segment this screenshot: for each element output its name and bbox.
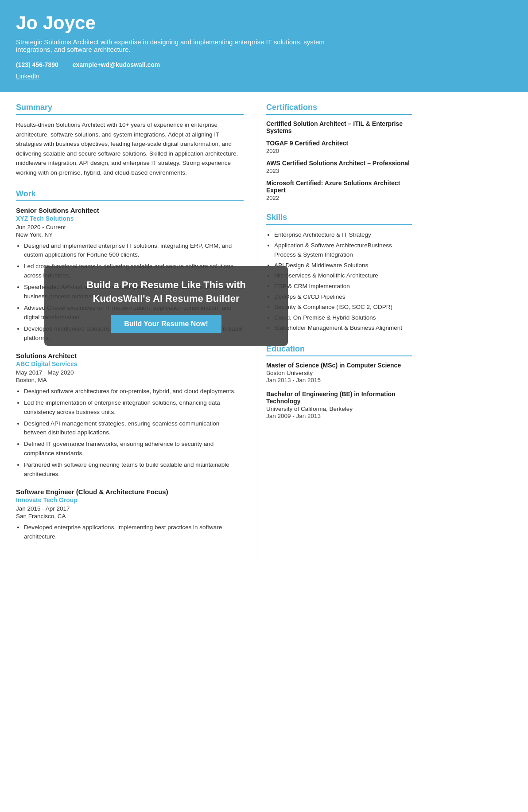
list-item: Stakeholder Management & Business Alignm…	[274, 323, 412, 333]
list-item: API Design & Middleware Solutions	[274, 261, 412, 270]
cert-year-2: 2020	[266, 148, 412, 154]
edu-school-2: University of California, Berkeley	[266, 406, 412, 412]
job-bullets-2: Designed software architectures for on-p…	[16, 387, 244, 479]
job-title-1: Senior Solutions Architect	[16, 207, 244, 214]
list-item: Defined IT governance frameworks, ensuri…	[24, 440, 244, 458]
list-item: Cloud, On-Premise & Hybrid Solutions	[274, 313, 412, 323]
skills-title: Skills	[266, 213, 412, 225]
skills-list: Enterprise Architecture & IT Strategy Ap…	[266, 230, 412, 333]
list-item: Led the implementation of enterprise int…	[24, 398, 244, 417]
list-item: ERP & CRM Implementation	[274, 281, 412, 291]
list-item: Application & Software ArchitectureBusin…	[274, 241, 412, 260]
header-section: Jo Joyce Strategic Solutions Architect w…	[0, 0, 528, 92]
list-item: Developed enterprise applications, imple…	[24, 523, 244, 542]
edu-dates-2: Jan 2009 - Jan 2013	[266, 413, 412, 419]
job-company-2: ABC Digital Services	[16, 360, 244, 367]
job-bullets-3: Developed enterprise applications, imple…	[16, 523, 244, 542]
overlay-text: Build a Pro Resume Like This with KudosW…	[58, 278, 274, 306]
job-title-3: Software Engineer (Cloud & Architecture …	[16, 488, 244, 496]
list-item: Designed software architectures for on-p…	[24, 387, 244, 396]
linkedin-link[interactable]: LinkedIn	[16, 73, 39, 80]
job-company-1: XYZ Tech Solutions	[16, 215, 244, 222]
cert-name-2: TOGAF 9 Certified Architect	[266, 140, 412, 147]
list-item: Designed and implemented enterprise IT s…	[24, 242, 244, 260]
skills-section: Skills Enterprise Architecture & IT Stra…	[266, 213, 412, 333]
cert-entry-2: TOGAF 9 Certified Architect 2020	[266, 140, 412, 154]
summary-text: Results-driven Solutions Architect with …	[16, 120, 244, 178]
certifications-title: Certifications	[266, 103, 412, 115]
build-resume-button[interactable]: Build Your Resume Now!	[111, 315, 221, 333]
summary-title: Summary	[16, 103, 244, 115]
work-title: Work	[16, 189, 244, 201]
edu-degree-1: Master of Science (MSc) in Computer Scie…	[266, 362, 412, 369]
job-title-2: Solutions Architect	[16, 352, 244, 359]
edu-entry-1: Master of Science (MSc) in Computer Scie…	[266, 362, 412, 383]
cert-entry-3: AWS Certified Solutions Architect – Prof…	[266, 160, 412, 174]
list-item: Designed API management strategies, ensu…	[24, 419, 244, 438]
list-item: DevOps & CI/CD Pipelines	[274, 292, 412, 302]
page-wrapper: Jo Joyce Strategic Solutions Architect w…	[0, 0, 528, 566]
cert-name-1: Certified Solution Architect – ITIL & En…	[266, 120, 412, 134]
header-phone: (123) 456-7890	[16, 61, 58, 68]
work-section: Work Senior Solutions Architect XYZ Tech…	[16, 189, 244, 542]
job-dates-3: Jan 2015 - Apr 2017	[16, 505, 244, 512]
header-email: example+wd@kudoswall.com	[73, 61, 160, 68]
list-item: Security & Compliance (ISO, SOC 2, GDPR)	[274, 302, 412, 312]
job-company-3: Innovate Tech Group	[16, 496, 244, 504]
cert-year-3: 2023	[266, 168, 412, 174]
cert-year-4: 2022	[266, 195, 412, 201]
header-tagline: Strategic Solutions Architect with exper…	[16, 38, 326, 53]
job-location-1: New York, NY	[16, 231, 244, 238]
cert-entry-4: Microsoft Certified: Azure Solutions Arc…	[266, 180, 412, 201]
job-location-2: Boston, MA	[16, 377, 244, 383]
education-title: Education	[266, 344, 412, 356]
job-location-3: San Francisco, CA	[16, 513, 244, 519]
certifications-section: Certifications Certified Solution Archit…	[266, 103, 412, 201]
edu-degree-2: Bachelor of Engineering (BE) in Informat…	[266, 390, 412, 405]
job-dates-1: Jun 2020 - Current	[16, 224, 244, 230]
header-name: Jo Joyce	[16, 12, 512, 34]
list-item: Partnered with software engineering team…	[24, 461, 244, 479]
edu-dates-1: Jan 2013 - Jan 2015	[266, 377, 412, 383]
education-section: Education Master of Science (MSc) in Com…	[266, 344, 412, 419]
summary-section: Summary Results-driven Solutions Archite…	[16, 103, 244, 178]
overlay-cta: Build a Pro Resume Like This with KudosW…	[44, 266, 288, 346]
edu-entry-2: Bachelor of Engineering (BE) in Informat…	[266, 390, 412, 419]
list-item: Microservices & Monolithic Architecture	[274, 271, 412, 281]
cert-name-4: Microsoft Certified: Azure Solutions Arc…	[266, 180, 412, 194]
job-entry-2: Solutions Architect ABC Digital Services…	[16, 352, 244, 479]
cert-name-3: AWS Certified Solutions Architect – Prof…	[266, 160, 412, 167]
header-contact: (123) 456-7890 example+wd@kudoswall.com	[16, 61, 512, 68]
job-dates-2: May 2017 - May 2020	[16, 369, 244, 376]
cert-entry-1: Certified Solution Architect – ITIL & En…	[266, 120, 412, 134]
edu-school-1: Boston University	[266, 370, 412, 376]
list-item: Enterprise Architecture & IT Strategy	[274, 230, 412, 240]
job-entry-3: Software Engineer (Cloud & Architecture …	[16, 488, 244, 542]
